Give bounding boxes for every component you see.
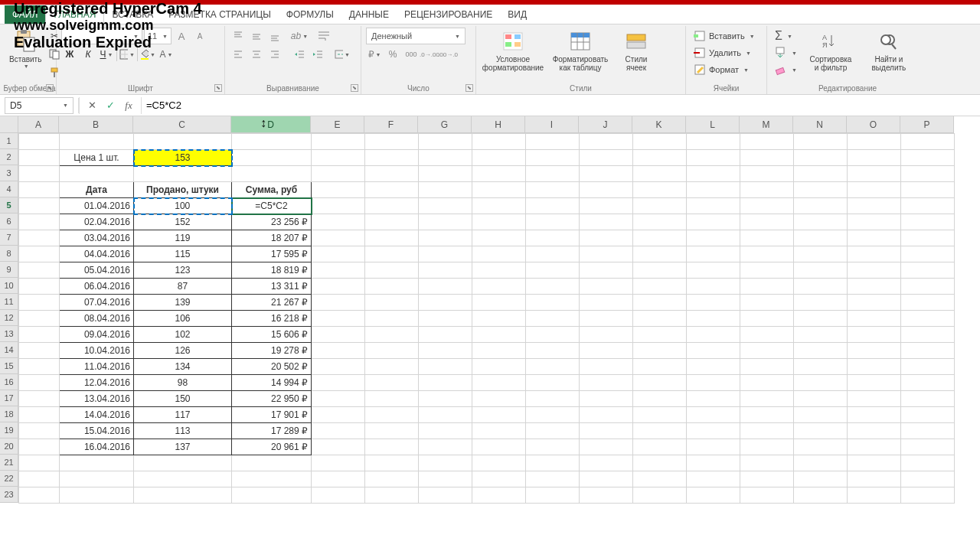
sort-filter-button[interactable]: AЯ Сортировка и фильтр — [803, 28, 858, 73]
row-header-17[interactable]: 17 — [0, 390, 18, 406]
tab-data[interactable]: ДАННЫЕ — [341, 5, 397, 24]
col-header-I[interactable]: I — [525, 116, 579, 133]
tab-view[interactable]: ВИД — [500, 5, 534, 24]
row-header-12[interactable]: 12 — [0, 310, 18, 326]
col-header-B[interactable]: B — [59, 116, 133, 133]
increase-decimal-button[interactable]: .0→.00 — [421, 46, 438, 63]
chevron-down-icon: ▼ — [24, 64, 29, 69]
delete-cells-button[interactable]: Удалить▼ — [691, 44, 754, 61]
clear-button[interactable]: ▼ — [772, 61, 800, 78]
svg-rect-39 — [505, 34, 511, 39]
insert-cells-button[interactable]: Вставить▼ — [691, 28, 758, 44]
col-header-F[interactable]: F — [364, 116, 418, 133]
row-header-19[interactable]: 19 — [0, 422, 18, 439]
row-header-5[interactable]: 5 — [0, 197, 18, 214]
row-header-22[interactable]: 22 — [0, 471, 18, 487]
merge-icon — [335, 49, 343, 60]
cond-format-icon — [501, 29, 525, 54]
col-header-H[interactable]: H — [472, 116, 525, 133]
cancel-formula-button[interactable]: ✕ — [86, 99, 98, 112]
align-middle-button[interactable] — [248, 28, 265, 44]
svg-rect-41 — [505, 42, 511, 47]
chevron-down-icon: ▼ — [376, 52, 381, 57]
increase-indent-button[interactable] — [309, 46, 326, 63]
insert-function-button[interactable]: fx — [122, 99, 135, 112]
comma-style-button[interactable]: 000 — [403, 46, 420, 63]
table-icon — [568, 29, 593, 54]
chevron-down-icon: ▼ — [345, 52, 350, 57]
col-header-D[interactable]: D — [231, 116, 311, 133]
group-font: Шрифт — [57, 84, 224, 93]
row-header-10[interactable]: 10 — [0, 278, 18, 294]
tab-formulas[interactable]: ФОРМУЛЫ — [279, 5, 341, 24]
formula-input[interactable] — [142, 97, 980, 114]
cell-styles-button[interactable]: Стили ячеек — [616, 28, 657, 73]
col-header-N[interactable]: N — [793, 116, 847, 133]
col-header-E[interactable]: E — [311, 116, 364, 133]
col-header-G[interactable]: G — [418, 116, 472, 133]
chevron-down-icon: ▼ — [792, 51, 797, 56]
align-bottom-button[interactable] — [266, 28, 283, 44]
row-header-8[interactable]: 8 — [0, 246, 18, 262]
svg-rect-40 — [514, 34, 521, 39]
row-header-15[interactable]: 15 — [0, 358, 18, 374]
col-header-P[interactable]: P — [900, 116, 954, 133]
format-as-table-button[interactable]: Форматировать как таблицу — [548, 28, 612, 73]
col-header-C[interactable]: C — [133, 116, 231, 133]
decrease-indent-button[interactable] — [291, 46, 308, 63]
orientation-button[interactable]: ab▼ — [291, 28, 308, 44]
row-header-18[interactable]: 18 — [0, 406, 18, 422]
row-header-20[interactable]: 20 — [0, 439, 18, 455]
row-header-6[interactable]: 6 — [0, 214, 18, 230]
conditional-format-button[interactable]: Условное форматирование — [481, 28, 545, 73]
col-header-A[interactable]: A — [18, 116, 59, 133]
find-select-button[interactable]: Найти и выделить — [861, 28, 916, 73]
align-top-button[interactable] — [230, 28, 247, 44]
row-header-23[interactable]: 23 — [0, 487, 18, 503]
format-cells-button[interactable]: Формат▼ — [691, 61, 752, 78]
col-header-L[interactable]: L — [686, 116, 740, 133]
wrap-text-button[interactable] — [315, 28, 332, 44]
accounting-format-button[interactable]: ₽▼ — [366, 46, 383, 63]
svg-rect-6 — [54, 72, 55, 77]
fill-button[interactable]: ▼ — [772, 44, 800, 61]
alignment-launcher[interactable]: ⬊ — [351, 84, 358, 92]
row-header-7[interactable]: 7 — [0, 230, 18, 246]
tab-review[interactable]: РЕЦЕНЗИРОВАНИЕ — [397, 5, 500, 24]
col-header-M[interactable]: M — [740, 116, 793, 133]
cells-area[interactable]: Цена 1 шт.153ДатаПродано, штукиСумма, ру… — [18, 133, 980, 504]
row-header-13[interactable]: 13 — [0, 326, 18, 342]
decrease-decimal-button[interactable]: .00→.0 — [439, 46, 456, 63]
col-header-J[interactable]: J — [579, 116, 632, 133]
col-header-O[interactable]: O — [847, 116, 900, 133]
row-header-3[interactable]: 3 — [0, 165, 18, 181]
paste-label: Вставить — [9, 55, 41, 64]
clipboard-launcher[interactable]: ⬊ — [46, 84, 54, 92]
autosum-button[interactable]: Σ▼ — [772, 28, 800, 44]
row-header-1[interactable]: 1 — [0, 133, 18, 149]
row-header-2[interactable]: 2 — [0, 149, 18, 165]
row-header-14[interactable]: 14 — [0, 342, 18, 358]
select-all-corner[interactable] — [0, 116, 18, 133]
row-header-11[interactable]: 11 — [0, 294, 18, 310]
enter-formula-button[interactable]: ✓ — [104, 99, 116, 112]
number-launcher[interactable]: ⬊ — [466, 84, 473, 92]
col-header-K[interactable]: K — [632, 116, 686, 133]
insert-cells-icon — [694, 30, 706, 42]
row-header-21[interactable]: 21 — [0, 455, 18, 471]
chevron-down-icon: ▼ — [792, 67, 797, 73]
align-right-icon — [270, 49, 280, 60]
row-header-9[interactable]: 9 — [0, 262, 18, 278]
svg-point-60 — [881, 35, 890, 44]
align-right-button[interactable] — [266, 46, 283, 63]
row-header-16[interactable]: 16 — [0, 374, 18, 390]
name-box[interactable]: D5▼ — [5, 97, 74, 114]
percent-button[interactable]: % — [384, 46, 401, 63]
chevron-down-icon: ▼ — [108, 52, 113, 57]
row-header-4[interactable]: 4 — [0, 181, 18, 197]
align-center-button[interactable] — [248, 46, 265, 63]
align-left-button[interactable] — [230, 46, 247, 63]
font-launcher[interactable]: ⬊ — [214, 84, 222, 92]
number-format-select[interactable]: Денежный▼ — [366, 28, 466, 44]
merge-button[interactable]: ▼ — [334, 46, 351, 63]
